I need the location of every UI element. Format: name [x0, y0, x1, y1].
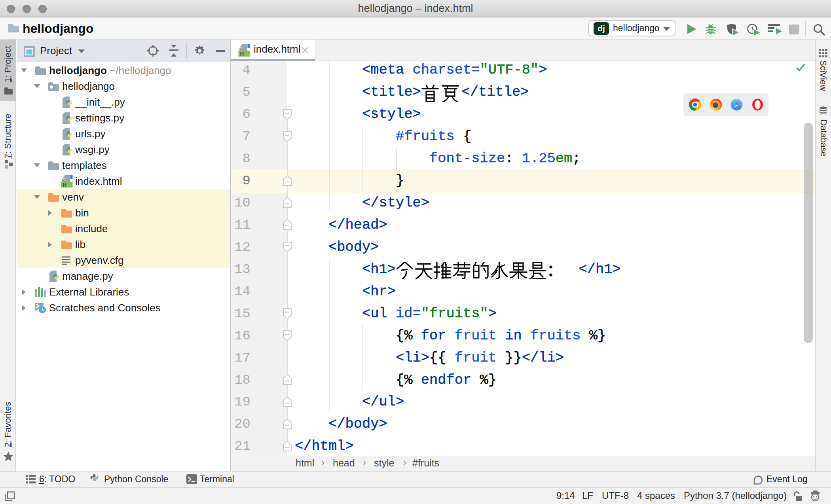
- svg-text:H: H: [240, 51, 244, 57]
- svg-text:H: H: [63, 182, 67, 188]
